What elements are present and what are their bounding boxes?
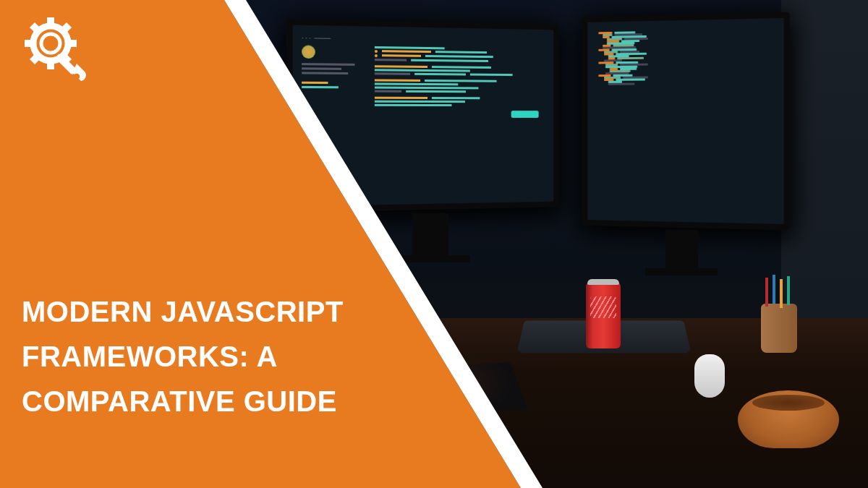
hero-banner: • • • ━━━━━━━━━ xyxy=(0,0,868,488)
svg-rect-9 xyxy=(25,40,33,47)
pen-holder xyxy=(761,304,797,353)
svg-rect-3 xyxy=(47,17,54,26)
code-editor-left: • • • ━━━━━━━━━ xyxy=(293,25,554,128)
code-editor-right xyxy=(587,18,783,95)
monitor-left: • • • ━━━━━━━━━ xyxy=(286,19,559,213)
svg-rect-7 xyxy=(47,61,54,69)
soda-can xyxy=(586,282,621,348)
monitor-stand-left xyxy=(412,213,448,257)
svg-rect-5 xyxy=(68,40,77,47)
gear-magnifier-wrench-icon xyxy=(20,13,93,85)
monitor-stand-right xyxy=(665,230,698,270)
ceramic-bowl xyxy=(738,390,839,448)
banner-title: MODERN JAVASCRIPT FRAMEWORKS: A COMPARAT… xyxy=(22,289,448,424)
mouse xyxy=(694,354,725,398)
monitor-right xyxy=(582,12,790,231)
